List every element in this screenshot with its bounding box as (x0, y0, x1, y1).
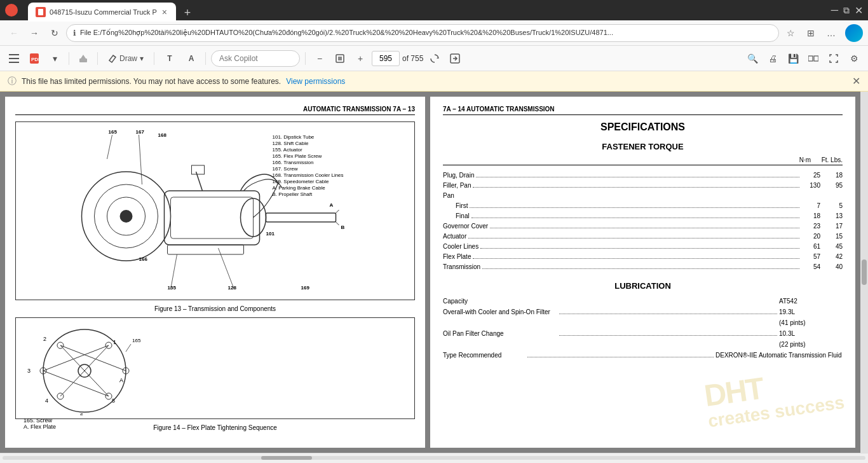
tab-close-button[interactable]: × (161, 6, 168, 18)
svg-point-29 (120, 210, 133, 223)
svg-text:128: 128 (228, 285, 237, 291)
ask-copilot-input[interactable] (211, 50, 300, 67)
highlight-button[interactable]: A (182, 50, 200, 67)
svg-rect-2 (9, 58, 19, 59)
flex-plate-label-screw: 165. Screw (24, 417, 52, 424)
svg-text:168. Transmission Cooler Lines: 168. Transmission Cooler Lines (273, 172, 344, 178)
diagram-caption-1: Figure 13 – Transmission and Components (15, 305, 415, 312)
right-scrollbar[interactable] (860, 92, 868, 453)
scrollbar-track (3, 456, 865, 460)
share-button[interactable] (446, 50, 464, 67)
spec-row-flex-plate: Flex Plate 57 42 (443, 252, 843, 262)
lub-row-41pints: (41 pints) (443, 317, 843, 328)
title-bar: 048715-Isuzu Commercial Truck P × + ─ ⧉ … (0, 0, 868, 20)
collections-button[interactable]: ⊞ (802, 24, 820, 42)
lub-row-oilpan: Oil Pan Filter Change 10.3L (443, 328, 843, 339)
restore-button[interactable]: ⧉ (843, 5, 850, 16)
svg-rect-13 (808, 56, 813, 61)
close-button[interactable]: ✕ (855, 4, 863, 17)
zoom-out-button[interactable]: − (311, 50, 329, 67)
svg-text:168: 168 (158, 132, 167, 138)
spec-row-pan: Pan (443, 191, 843, 201)
text-select-button[interactable]: T (159, 50, 180, 67)
scrollbar-thumb-h[interactable] (261, 456, 312, 460)
caret-down-button[interactable]: ▾ (46, 50, 64, 67)
svg-text:1: 1 (113, 339, 116, 345)
eraser-button[interactable] (74, 50, 92, 67)
spec-row-actuator: Actuator 20 15 (443, 232, 843, 242)
favorites-button[interactable]: ☆ (782, 24, 799, 42)
immersive-reader-button[interactable] (804, 50, 822, 67)
svg-text:3: 3 (27, 368, 31, 374)
svg-rect-15 (76, 127, 355, 293)
draw-caret: ▾ (140, 54, 144, 63)
browser-actions: ☆ ⊞ … (782, 24, 863, 42)
svg-rect-14 (814, 56, 818, 61)
scrollbar-thumb[interactable] (862, 259, 867, 285)
lub-row-overall: Overall-with Cooler and Spin-On Filter 1… (443, 307, 843, 317)
svg-text:169. Speedometer Cable: 169. Speedometer Cable (273, 179, 330, 184)
svg-text:A: A (330, 202, 334, 208)
save-button[interactable]: 💾 (784, 50, 802, 67)
right-page-header: 7A – 14 AUTOMATIC TRANSMISSION (443, 106, 843, 115)
svg-text:166: 166 (139, 256, 148, 262)
settings-button[interactable]: … (822, 24, 840, 42)
separator-4 (205, 52, 206, 65)
search-button[interactable]: 🔍 (743, 50, 761, 67)
zoom-controls: − + of 755 (311, 50, 423, 67)
draw-label: Draw (119, 54, 137, 63)
lub-row-22pints: (22 pints) (443, 339, 843, 350)
svg-text:155: 155 (168, 285, 177, 291)
spec-title: SPECIFICATIONS (443, 121, 843, 133)
svg-text:PDF: PDF (31, 57, 39, 62)
page-rotate-button[interactable] (426, 50, 444, 67)
zoom-fit-button[interactable] (331, 50, 349, 67)
svg-rect-10 (338, 57, 342, 60)
permission-banner: ⓘ This file has limited permissions. You… (0, 71, 868, 92)
separator-1 (69, 52, 69, 65)
view-permissions-link[interactable]: View permissions (286, 77, 345, 86)
address-bar[interactable]: ℹ File E:/Tổng%20hợp%20tài%20liệu%20DHTA… (66, 24, 779, 42)
window-icon (5, 4, 18, 17)
print-button[interactable]: 🖨 (764, 50, 782, 67)
new-tab-button[interactable]: + (179, 4, 196, 22)
back-button[interactable]: ← (5, 24, 23, 42)
address-text: File E:/Tổng%20hợp%20tài%20liệu%20DHTAUT… (80, 29, 772, 37)
transmission-diagram: 101. Dipstick Tube 128. Shift Cable 155.… (15, 121, 415, 300)
pdf-settings-button[interactable]: ⚙ (845, 50, 863, 67)
browser-controls: ← → ↻ ℹ File E:/Tổng%20hợp%20tài%20liệu%… (0, 20, 868, 46)
bottom-scrollbar[interactable] (0, 453, 868, 462)
draw-button[interactable]: Draw ▾ (103, 50, 149, 67)
col-ft-header: Ft. Lbs. (811, 156, 843, 163)
svg-text:165. Flex Plate Screw: 165. Flex Plate Screw (273, 153, 322, 159)
separator-5 (305, 52, 306, 65)
col-nm-header: N·m (785, 156, 811, 163)
edge-icon (845, 24, 863, 42)
lubrication-title: LUBRICATION (443, 281, 843, 291)
transmission-svg: 101. Dipstick Tube 128. Shift Cable 155.… (21, 127, 409, 293)
lub-row-capacity: Capacity AT542 (443, 296, 843, 307)
banner-close-button[interactable]: ✕ (852, 75, 860, 87)
spec-row-plug-drain: Plug, Drain 25 18 (443, 170, 843, 181)
svg-text:5: 5 (112, 397, 115, 404)
svg-text:A: A (119, 377, 123, 384)
spec-row-governor: Governor Cover 23 17 (443, 221, 843, 232)
svg-text:167. Screw: 167. Screw (273, 166, 298, 172)
sidebar-toggle-button[interactable] (5, 50, 23, 67)
refresh-button[interactable]: ↻ (46, 24, 64, 42)
diagram-caption-2: Figure 14 – Flex Plate Tightening Sequen… (15, 424, 415, 431)
lubrication-section: LUBRICATION Capacity AT542 Overall-with … (443, 281, 843, 361)
active-tab[interactable]: 048715-Isuzu Commercial Truck P × (28, 3, 176, 22)
forward-button[interactable]: → (25, 24, 43, 42)
svg-line-8 (113, 55, 116, 57)
svg-text:101. Dipstick Tube: 101. Dipstick Tube (273, 134, 315, 140)
tab-pdf-icon (36, 7, 46, 17)
spec-row-cooler-lines: Cooler Lines 61 45 (443, 242, 843, 252)
page-number-input[interactable] (372, 51, 400, 66)
spec-row-transmission: Transmission 54 40 (443, 262, 843, 272)
minimize-button[interactable]: ─ (831, 4, 838, 16)
pdf-icon-button[interactable]: PDF (25, 50, 43, 67)
tab-title: 048715-Isuzu Commercial Truck P (50, 8, 157, 16)
fullscreen-button[interactable] (825, 50, 843, 67)
zoom-in-button[interactable]: + (351, 50, 369, 67)
